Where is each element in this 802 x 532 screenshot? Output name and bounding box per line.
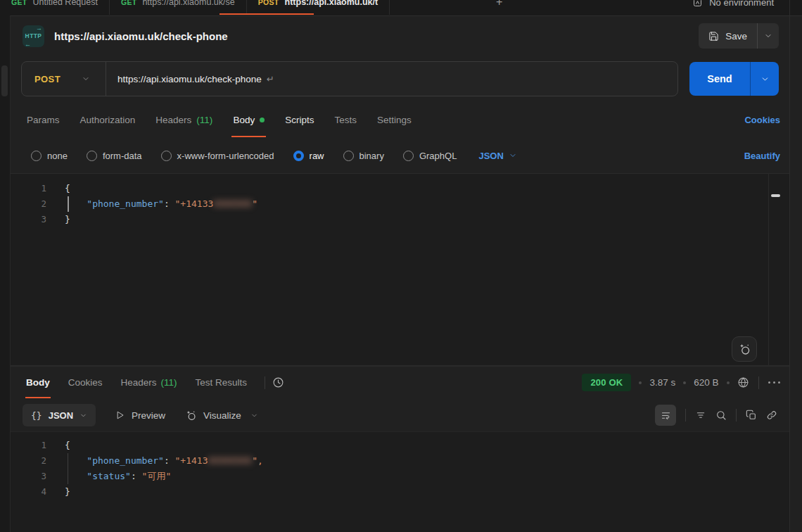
tab-body[interactable]: Body [224,101,273,138]
tab-title: Untitled Request [33,0,98,7]
language-dropdown[interactable]: JSON [478,151,516,161]
divider [736,409,737,422]
response-size[interactable]: 620 B [694,377,718,388]
active-tab-underline [219,13,314,15]
wrap-text-button[interactable] [655,405,676,426]
sidebar-resize-handle[interactable] [1,65,8,96]
status-badge[interactable]: 200 OK [582,374,631,391]
code-token: "可用" [142,471,172,481]
line-number: 2 [10,453,56,469]
tab-label: Scripts [285,115,314,125]
send-button[interactable]: Send [689,62,750,96]
save-options-button[interactable] [758,32,779,40]
response-time[interactable]: 3.87 s [649,377,675,388]
right-scroll-rail[interactable] [789,15,802,532]
response-tab-testresults[interactable]: Test Results [188,366,255,400]
line-number: 1 [10,181,56,196]
code-line[interactable]: 1{ [10,181,790,196]
radio-icon[interactable] [87,151,97,161]
more-options-button[interactable] [768,381,781,384]
unsaved-dot [260,118,265,122]
response-tab-body[interactable]: Body [18,366,58,400]
http-badge-label: HTTP [23,32,44,39]
response-format-dropdown[interactable]: {} JSON [23,404,96,426]
code-line[interactable]: 2 "phone_number": "+141330000000" [10,196,790,212]
search-icon[interactable] [715,410,727,421]
radio-icon[interactable] [31,151,42,161]
format-label: JSON [49,410,73,421]
url-input[interactable]: https://api.xiaomu.uk/check-phone [106,74,262,84]
code-token: } [65,214,70,224]
body-type-row: noneform-datax-www-form-urlencodedrawbin… [10,138,790,173]
response-stats: 200 OK 3.87 s 620 B [582,374,780,391]
response-code[interactable]: 1{2 "phone_number": "+141300000000",3 "s… [10,432,790,500]
request-body-editor[interactable]: 1{2 "phone_number": "+141330000000"3} [10,173,790,367]
cookies-link[interactable]: Cookies [744,115,790,125]
body-type-xwwwformurlencoded[interactable]: x-www-form-urlencoded [161,151,274,161]
tab-tests[interactable]: Tests [326,101,365,138]
environment-selector[interactable]: No environment [692,0,774,15]
workspace-tabs: GETUntitled RequestGEThttps://api.xiaomu… [0,0,390,15]
new-tab-button[interactable]: + [489,0,509,15]
collapsed-sidebar-rail[interactable] [0,15,11,532]
body-type-formdata[interactable]: form-data [87,151,142,161]
radio-selected-icon[interactable] [293,151,304,161]
copy-icon[interactable] [746,410,757,421]
code-line[interactable]: 4} [10,484,790,500]
send-options-button[interactable] [751,62,779,96]
radio-icon[interactable] [343,151,354,161]
editor-scrollbar-thumb[interactable] [771,194,780,197]
method-selector[interactable]: POST [22,74,61,84]
tab-headers[interactable]: Headers(11) [147,101,221,138]
save-button[interactable]: Save [699,31,757,42]
beautify-link[interactable]: Beautify [744,151,790,161]
indent-guide [68,453,68,484]
body-type-GraphQL[interactable]: GraphQL [403,151,457,161]
body-type-raw[interactable]: raw [293,151,324,161]
body-type-none[interactable]: none [31,151,68,161]
radio-icon[interactable] [161,151,172,161]
tab-params[interactable]: Params [18,101,68,138]
tab-label: Cookies [68,377,103,388]
code-line[interactable]: 2 "phone_number": "+141300000000", [10,453,790,469]
response-tab-cookies[interactable]: Cookies [61,366,110,400]
request-title: https://api.xiaomu.uk/check-phone [54,30,228,42]
active-tab-underline [25,397,51,398]
tab-label: Body [26,377,50,388]
visualize-button[interactable]: Visualize [185,410,258,422]
code-token: "phone_number" [87,455,164,466]
code-token: "status" [87,471,131,481]
code-line[interactable]: 3} [10,212,790,227]
tab-label: Test Results [196,377,248,388]
workspace-tab[interactable]: GETUntitled Request [0,0,110,15]
arrow-left-icon: ← [25,41,31,48]
dot-separator [727,381,730,384]
response-tab-headers[interactable]: Headers(11) [113,366,185,400]
dot-separator [639,381,642,384]
filter-icon[interactable] [695,410,706,421]
preview-button[interactable]: Preview [115,410,165,421]
code-token: "+14133 [175,198,214,209]
request-code[interactable]: 1{2 "phone_number": "+141330000000"3} [10,174,790,227]
code-line[interactable]: 1{ [10,438,790,453]
tab-settings[interactable]: Settings [369,101,420,138]
visualize-chevron-icon[interactable] [250,412,258,419]
save-button-group: Save [699,23,779,49]
response-body-editor[interactable]: 1{2 "phone_number": "+141300000000",3 "s… [10,431,790,532]
line-number: 3 [10,469,56,484]
body-type-binary[interactable]: binary [343,151,384,161]
radio-icon[interactable] [403,151,414,161]
workspace-tab[interactable]: GEThttps://api.xiaomu.uk/se [110,0,247,15]
tab-count: (11) [161,377,177,388]
link-icon[interactable] [766,410,777,421]
method-chevron-icon[interactable] [82,75,90,83]
workspace-tab[interactable]: POSThttps://api.xiaomu.uk/t [247,0,390,15]
tab-scripts[interactable]: Scripts [276,101,322,138]
tab-authorization[interactable]: Authorization [72,101,144,138]
code-line[interactable]: 3 "status": "可用" [10,469,790,484]
response-history-icon[interactable] [272,376,284,388]
redacted-text: 00000000 [208,455,253,466]
http-request-icon: → HTTP ← [23,25,44,47]
network-globe-icon[interactable] [737,376,749,388]
postbot-button[interactable] [732,336,757,362]
